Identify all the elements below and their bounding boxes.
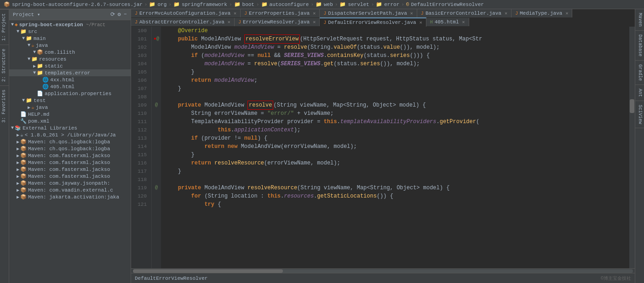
close-icon[interactable]: ✕ [234,11,236,16]
project-tree[interactable]: ▼ ◆ spring-boot-exception ~/Pract ▼ 📁 sr… [9,20,131,283]
line-num-120: 120 [131,192,149,200]
vertical-scrollbar[interactable] [629,27,635,268]
tree-root[interactable]: ▼ ◆ spring-boot-exception ~/Pract [9,21,131,28]
tab-ErrorViewResolver[interactable]: J ErrorViewResolver.java ✕ [235,18,320,26]
tree-app-props[interactable]: ▶ 📄 application.properties [9,90,131,97]
tab-405html[interactable]: H 405.html ✕ [426,18,469,26]
tree-lib-logback1[interactable]: ▶ 📦 Maven: ch.qos.logback:logba [9,138,131,145]
gutter-111 [152,118,161,126]
right-tab-gradle[interactable]: Gradle [635,61,644,85]
tree-src[interactable]: ▼ 📁 src [9,28,131,35]
tree-lib-jackson3[interactable]: ▶ 📦 Maven: com.fasterxml.jackso [9,166,131,173]
java-icon: J [323,20,326,25]
java-icon: J [421,11,424,16]
right-tab-database[interactable]: Database [635,31,644,61]
code-area[interactable]: @Override public ModelAndView resolveErr… [161,27,629,268]
code-line-119: private ModelAndView resolveResource(Str… [165,184,629,192]
breadcrumb-folder7-icon: 📁 [376,1,382,7]
tree-405-html[interactable]: ▶ 🌐 405.html [9,83,131,90]
tree-test[interactable]: ▼ 📁 test [9,97,131,104]
breadcrumb-org: org [157,2,167,7]
tree-ext-libs[interactable]: ▼ 📚 External Libraries [9,125,131,131]
right-tab-ant[interactable]: Ant [635,85,644,101]
close-icon[interactable]: ✕ [228,19,230,25]
sync-icon[interactable]: ⟳ [110,11,115,18]
gutter-104 [152,60,161,68]
tree-4xx-html[interactable]: ▶ 🌐 4xx.html [9,76,131,83]
tab-ErrorProperties[interactable]: J ErrorProperties.java ✕ [241,9,320,17]
line-num-104: 104 [131,60,149,68]
tree-help-md[interactable]: ▶ 📄 HELP.md [9,111,131,118]
tree-resources[interactable]: ▼ 📁 resources [9,56,131,62]
bottom-scrollbar[interactable] [131,268,635,273]
line-num-117: 117 [131,167,149,175]
close-icon[interactable]: ✕ [505,11,507,16]
gutter-113 [152,134,161,142]
tree-test-label: test [34,98,46,103]
folder-icon: 📁 [26,35,32,41]
tree-comlilith-label: com.lilith [45,50,75,55]
tree-lib-logback2[interactable]: ▶ 📦 Maven: ch.qos.logback:logba [9,145,131,152]
tree-test-java[interactable]: ▶ ☕ java [9,104,131,111]
sidebar-tab-project[interactable]: 1: Project [0,9,9,45]
h-scrollbar-thumb[interactable] [133,269,283,273]
close-icon[interactable]: ✕ [565,11,568,16]
tree-logback2-label: Maven: ch.qos.logback:logba [28,146,110,152]
close-icon[interactable]: ✕ [462,19,465,25]
breadcrumb-class: DefaultErrorViewResolver [411,2,483,7]
tree-test-java-label: java [36,105,48,110]
tree-lib-vaadin[interactable]: ▶ 📦 Maven: com.vaadin.external.c [9,187,131,193]
tree-lib-jackson4[interactable]: ▶ 📦 Maven: com.fasterxml.jackso [9,173,131,180]
tree-main-label: main [34,36,46,41]
sidebar-tab-structure[interactable]: 2: Structure [0,45,9,85]
project-dropdown-label[interactable]: Project ▾ [13,11,40,17]
tab-ErrorMvcAutoConfiguration[interactable]: J ErrorMvcAutoConfiguration.java ✕ [131,9,241,17]
tree-comlilith[interactable]: ▼ 📦 com.lilith [9,49,131,56]
tab-BasicErrorController[interactable]: J BasicErrorController.java ✕ [417,9,512,17]
tab-MediaType[interactable]: J MediaType.java ✕ [512,9,572,17]
close-icon[interactable]: ✕ [420,20,422,25]
right-tab-maven[interactable]: Maven [635,9,644,31]
line-num-121: 121 [131,200,149,209]
tree-main[interactable]: ▼ 📁 main [9,35,131,42]
close-icon[interactable]: ✕ [313,19,316,25]
code-line-108 [165,93,629,101]
tree-lib-jakarta[interactable]: ▶ 📦 Maven: jakarta.activation:jaka [9,193,131,200]
breadcrumb-boot: boot [242,2,254,7]
expand-arrow: ▶ [28,105,30,110]
expand-arrow: ▶ [17,194,19,200]
collapse-icon[interactable]: – [124,11,127,18]
expand-arrow: ▶ [17,139,19,145]
tree-logback1-label: Maven: ch.qos.logback:logba [28,139,110,145]
sidebar-tab-favorites[interactable]: 3: Favorites [0,85,9,126]
tree-java[interactable]: ▼ ☕ java [9,42,131,49]
tree-lib-jackson1[interactable]: ▶ 📦 Maven: com.fasterxml.jackso [9,152,131,159]
line-num-109: 109 [131,101,149,109]
tab-DefaultErrorViewResolver[interactable]: J DefaultErrorViewResolver.java ✕ [320,17,426,27]
html2-icon: 🌐 [42,84,49,90]
tree-lib-jsonpath[interactable]: ▶ 📦 Maven: com.jayway.jsonpath: [9,180,131,187]
tree-lib-jackson2[interactable]: ▶ 📦 Maven: com.fasterxml.jackso [9,159,131,166]
editor-area: J ErrorMvcAutoConfiguration.java ✕ J Err… [131,9,635,283]
package-icon: 📦 [37,49,43,55]
right-tab-sciview[interactable]: SciView [635,101,644,128]
lib-icon: 📦 [20,139,27,145]
breadcrumb-web: web [324,2,333,7]
settings-icon[interactable]: ⚙ [118,11,121,18]
breadcrumb-jar[interactable]: spring-boot-autoconfigure-2.6.7-sources.… [12,2,143,7]
tree-pom-xml[interactable]: ▶ 🔧 pom.xml [9,118,131,125]
panel-header-actions: ⟳ ⚙ – [110,11,127,18]
tree-jdk[interactable]: ▶ ☕ < 1.8.0_261 > /Library/Java/Ja [9,131,131,138]
tab-DispatcherServletPath[interactable]: J DispatcherServletPath.java ✕ [320,9,417,17]
breadcrumb-folder5-icon: 📁 [316,1,322,7]
lib2-icon: 📦 [20,146,27,152]
tab-AbstractErrorController[interactable]: J AbstractErrorController.java ✕ [131,18,235,26]
close-icon[interactable]: ✕ [410,11,413,16]
tree-templates-error[interactable]: ▼ 📁 templates.error [9,69,131,76]
h-scrollbar-track[interactable] [133,269,633,273]
code-line-118 [165,175,629,184]
close-icon[interactable]: ✕ [313,11,316,16]
tree-static[interactable]: ▶ 📁 static [9,62,131,69]
tab-row2: J AbstractErrorController.java ✕ J Error… [131,17,635,27]
line-num-101: 101 [131,35,149,43]
